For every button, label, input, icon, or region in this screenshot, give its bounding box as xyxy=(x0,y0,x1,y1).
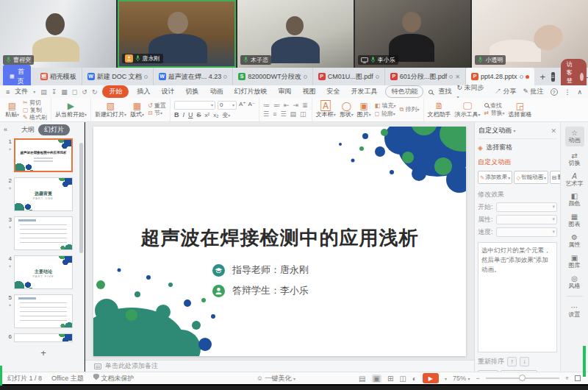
move-up-button[interactable]: ↑ xyxy=(507,357,517,366)
property-dropdown[interactable] xyxy=(496,215,557,224)
decrease-font-icon[interactable]: A⁻ xyxy=(248,101,256,110)
present-tools-button[interactable]: 🖵 演示工具▾ xyxy=(455,102,481,118)
slide-title[interactable]: 超声波在焊接检测中的应用浅析 xyxy=(93,225,466,251)
sidebar-item-properties[interactable]: ⚙属性 xyxy=(569,233,581,249)
comment-button[interactable]: ✎ 批注 xyxy=(523,87,543,96)
menu-devtools[interactable]: 开发工具 xyxy=(348,86,380,97)
speed-dropdown[interactable] xyxy=(496,227,557,237)
numbering-icon[interactable]: ≕ xyxy=(273,102,280,109)
tab-ultrasonic-doc[interactable]: W 超声波在焊... 4.23 xyxy=(154,68,234,85)
subscript-icon[interactable]: x₂ xyxy=(213,112,218,118)
move-down-button[interactable]: ↓ xyxy=(520,357,529,366)
tab-spreadsheet[interactable]: S 82000DWT分段改 xyxy=(233,68,313,85)
notes-bar[interactable]: 单击此处添加备注 xyxy=(85,360,474,372)
tab-new-doc[interactable]: W 新建 DOC 文档 xyxy=(82,68,154,85)
new-slide-button[interactable]: ▧ 新建幻灯片▾ xyxy=(95,102,126,118)
bullets-icon[interactable]: ≔ xyxy=(263,102,270,109)
font-size-input[interactable]: 0▾ xyxy=(218,101,237,110)
zoom-level[interactable]: 75% ▾ xyxy=(453,375,470,382)
panel-close-icon[interactable]: ✕ xyxy=(551,127,556,135)
section-button[interactable]: ⊟ 节▾ xyxy=(148,110,166,117)
video-tile[interactable]: 小透明 xyxy=(472,0,588,68)
columns-icon[interactable]: ◫ xyxy=(300,110,306,118)
tab-pdf-2[interactable]: P 601分段...图.pdf ✕ xyxy=(385,68,466,85)
menu-features[interactable]: 特色功能 xyxy=(385,85,423,98)
start-dropdown[interactable] xyxy=(496,202,557,212)
sidebar-item-settings[interactable]: ⋯设置 xyxy=(569,303,581,319)
slides-tab[interactable]: 幻灯片 xyxy=(38,124,70,135)
pin-icon[interactable] xyxy=(376,75,379,79)
copy-button[interactable]: ▢ 复制 xyxy=(23,107,47,113)
outdent-icon[interactable]: ⇤ xyxy=(284,102,290,109)
paste-button[interactable]: ▤ 粘贴▾ xyxy=(5,102,19,118)
slide-thumbnail-6[interactable]: 6 xyxy=(3,333,84,342)
print-icon[interactable]: ▦ xyxy=(61,88,68,96)
slide-sorter-icon[interactable]: ⊞ xyxy=(387,375,393,383)
normal-view-icon[interactable]: ▣ xyxy=(372,375,381,383)
smart-animation-button[interactable]: ◇智能动画▾ xyxy=(514,171,548,184)
replace-button[interactable]: ⇄ 替换▾ xyxy=(484,110,505,117)
reset-button[interactable]: ↺ 重置 xyxy=(148,102,166,109)
find-button[interactable]: 查找 xyxy=(438,87,451,96)
layout-button[interactable]: ▦ 版式▾ xyxy=(130,102,144,118)
selection-pane-link[interactable]: ◈ 选择窗格 xyxy=(478,143,557,152)
theme-name[interactable]: Office 主题 xyxy=(51,374,84,383)
slide-thumbnail-3[interactable]: 3✦ xyxy=(3,216,84,250)
custom-animation-tab[interactable]: 自定义动画 xyxy=(478,157,557,167)
sidebar-item-wordart[interactable]: A艺术字 xyxy=(566,172,584,188)
menu-security[interactable]: 安全 xyxy=(323,86,343,97)
pin-icon[interactable] xyxy=(144,75,148,79)
pin-icon[interactable] xyxy=(520,75,523,79)
export-icon[interactable]: ↧ xyxy=(51,88,57,96)
format-painter-button[interactable]: ✎ 格式刷 xyxy=(23,114,47,121)
zoom-slider[interactable] xyxy=(486,377,559,379)
menu-review[interactable]: 审阅 xyxy=(275,86,294,97)
menu-animation[interactable]: 动画 xyxy=(207,86,226,97)
tab-pdf-1[interactable]: P CM01U...图.pdf xyxy=(313,68,385,85)
shapes-button[interactable]: ◯ 形状▾ xyxy=(340,102,354,118)
redo-icon[interactable]: ↻ xyxy=(92,88,98,96)
slideshow-play-button[interactable]: ▶ xyxy=(423,373,439,383)
undo-icon[interactable]: ↺ xyxy=(82,88,87,96)
slide-thumbnail-4[interactable]: 4✦ 主要结论 PART FIVE xyxy=(3,255,84,289)
save-icon[interactable]: ▤ xyxy=(40,88,47,96)
font-name-input[interactable]: ▾ xyxy=(174,101,215,110)
sidebar-item-style[interactable]: ◎风格 xyxy=(569,274,581,290)
hamburger-icon[interactable]: ≡ xyxy=(6,88,10,96)
advisor-line[interactable]: 指导老师：唐永刚 xyxy=(212,263,309,277)
italic-button[interactable]: I xyxy=(182,111,184,118)
video-tile-speaking[interactable]: 唐永刚 xyxy=(118,0,237,68)
line-spacing-icon[interactable]: ≣ xyxy=(302,102,308,109)
bold-button[interactable]: B xyxy=(174,111,179,118)
slide-thumbnail-5[interactable]: 5✦ xyxy=(3,294,84,328)
menu-transition[interactable]: 切换 xyxy=(182,86,201,97)
sidebar-item-animation[interactable]: ☆动画 xyxy=(565,127,584,146)
cut-button[interactable]: ✂ 剪切 xyxy=(23,99,47,106)
sidebar-item-chart[interactable]: ▦图表 xyxy=(569,213,581,228)
pin-icon[interactable] xyxy=(223,75,227,79)
align-right-icon[interactable]: ☰ xyxy=(280,110,286,118)
arrange-button[interactable]: ⧉ 排列▾ xyxy=(400,106,420,113)
theme-toggle-icon[interactable]: ◐ xyxy=(412,375,417,383)
share-button[interactable]: ↗ 分享 xyxy=(495,87,517,96)
animation-list[interactable]: 选中幻灯片的某个元素，然后单击“添加效果”添加动画。 xyxy=(478,242,557,352)
sidebar-item-color[interactable]: ◧颜色 xyxy=(569,192,581,208)
doc-assistant-button[interactable]: 🗎 文档助手 xyxy=(428,102,451,118)
print-preview-icon[interactable]: ◻ xyxy=(72,88,77,96)
menu-design[interactable]: 设计 xyxy=(158,86,177,97)
tab-close-icon[interactable]: ✕ xyxy=(455,74,460,80)
selection-pane-button[interactable]: ◲ 选择窗格 xyxy=(509,102,532,118)
outline-tab[interactable]: 大纲 xyxy=(21,125,35,135)
video-tile[interactable]: 曹程突 xyxy=(0,0,116,68)
play-options-caret[interactable]: ▾ xyxy=(445,376,447,381)
menu-home[interactable]: 开始 xyxy=(102,85,129,98)
video-tile[interactable]: 李小乐 xyxy=(355,0,471,68)
sidebar-item-transition[interactable]: ⇄切换 xyxy=(569,152,581,167)
notes-view-icon[interactable]: ▤ xyxy=(359,375,365,383)
zoom-out-button[interactable]: − xyxy=(476,375,479,382)
add-slide-button[interactable]: + xyxy=(3,347,84,358)
thumbnail-scrollbar[interactable] xyxy=(79,143,83,253)
slide-thumbnail-2[interactable]: 2✦ 选题背景 PART ONE xyxy=(3,177,84,211)
underline-button[interactable]: U xyxy=(188,111,193,118)
zoom-in-button[interactable]: + xyxy=(565,375,569,382)
